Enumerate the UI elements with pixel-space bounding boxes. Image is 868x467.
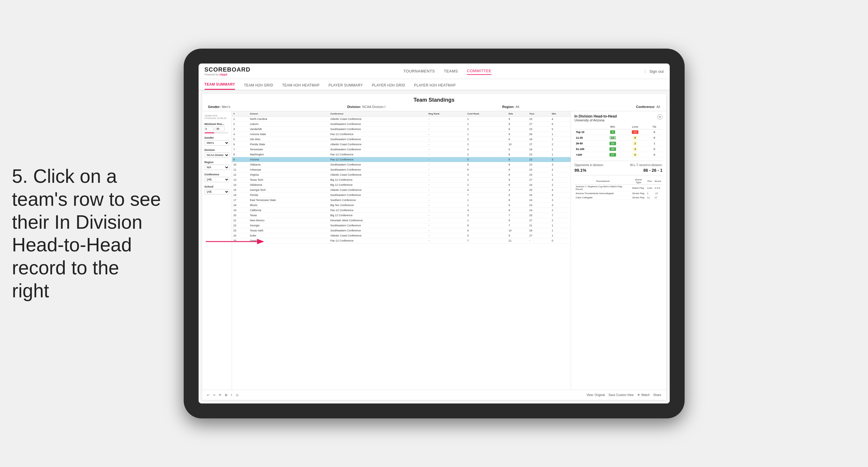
region-select[interactable]: N/A: [205, 165, 229, 170]
h2h-col-win: Win: [601, 124, 624, 129]
division-select[interactable]: NCAA Division I: [205, 152, 229, 158]
table-row[interactable]: 5 Ole Miss Southeastern Conference - 3 6…: [232, 137, 571, 142]
table-row[interactable]: 10 Alabama Southeastern Conference - 5 8…: [232, 162, 571, 167]
filter-region: Region: All: [502, 105, 519, 108]
cell-reg-rank: -: [427, 208, 466, 213]
toolbar-clock[interactable]: ◷: [236, 393, 239, 397]
view-original-button[interactable]: View: Original: [587, 393, 605, 397]
sub-nav-player-h2h-heatmap[interactable]: PLAYER H2H HEATMAP: [414, 83, 456, 90]
slider-bar[interactable]: [205, 132, 228, 133]
sub-nav-player-h2h-grid[interactable]: PLAYER H2H GRID: [372, 83, 405, 90]
cell-rds: 9: [507, 218, 528, 223]
gender-select[interactable]: Men's: [205, 140, 229, 146]
cell-win: 2: [550, 208, 570, 213]
table-row[interactable]: 20 Texas Big 12 Conference - 3 7 20 7: [232, 213, 571, 218]
cell-reg-rank: -: [427, 162, 466, 167]
t-cell-name: Cabo Collegiate: [575, 196, 631, 200]
save-custom-view-button[interactable]: Save Custom View: [609, 393, 633, 397]
cell-school: North Carolina: [248, 117, 329, 122]
h2h-cell-tie: 0: [647, 135, 662, 141]
cell-win: 1: [550, 152, 570, 157]
nav-committee[interactable]: COMMITTEE: [467, 67, 492, 75]
conference-select[interactable]: (All): [205, 177, 229, 182]
cell-school: Illinois: [248, 203, 329, 208]
cell-rds: 9: [507, 117, 528, 122]
cell-conf-rank: 1: [466, 218, 507, 223]
t-col-event-type: Event Type: [631, 178, 646, 185]
cell-conference: Pac-12 Conference: [329, 238, 427, 243]
cell-school: Duke: [248, 233, 329, 238]
cell-num: 22: [232, 223, 248, 228]
table-row[interactable]: 25 Oregon Pac-12 Conference - 7 21 - 0: [232, 238, 571, 243]
sub-nav-team-summary[interactable]: TEAM SUMMARY: [205, 82, 235, 90]
col-reg-rank: Reg Rank: [427, 111, 466, 117]
min-rounds-from[interactable]: [205, 126, 214, 131]
cell-rds: 9: [507, 203, 528, 208]
table-row[interactable]: 17 East Tennessee State Southern Confere…: [232, 198, 571, 203]
table-row[interactable]: 21 New Mexico Mountain West Conference -…: [232, 218, 571, 223]
cell-tour: 27: [528, 233, 550, 238]
t-col-tournament: Tournament: [575, 178, 631, 185]
cell-conference: Mountain West Conference: [329, 218, 427, 223]
sign-out-button[interactable]: Sign out: [649, 69, 664, 74]
col-win: Win: [550, 111, 570, 117]
table-row[interactable]: 19 California Pac-12 Conference - 4 8 24…: [232, 208, 571, 213]
table-row[interactable]: 13 Texas Tech Big 12 Conference - 1 9 27…: [232, 178, 571, 183]
table-row[interactable]: 11 Arkansas Southeastern Conference - 6 …: [232, 167, 571, 173]
table-row[interactable]: 8 Washington Pac-12 Conference - 2 8 23 …: [232, 152, 571, 157]
table-row[interactable]: 22 Georgia Southeastern Conference - 8 7…: [232, 223, 571, 228]
cell-tour: 24: [528, 198, 550, 203]
cell-conference: Atlantic Coast Conference: [329, 188, 427, 193]
t-col-pos: Pos: [646, 178, 653, 185]
nav-tournaments[interactable]: TOURNAMENTS: [403, 68, 435, 74]
h2h-close-button[interactable]: ✕: [657, 114, 662, 120]
toolbar-grid[interactable]: ⊞: [225, 393, 227, 397]
table-row[interactable]: 3 Vanderbilt Southeastern Conference - 2…: [232, 127, 571, 132]
table-row[interactable]: 2 Auburn Southeastern Conference - 1 9 2…: [232, 122, 571, 127]
school-select[interactable]: (All): [205, 189, 229, 194]
cell-rds: 10: [507, 228, 528, 233]
table-row[interactable]: 24 Duke Atlantic Coast Conference - 5 9 …: [232, 233, 571, 238]
cell-rds: 21: [507, 238, 528, 243]
toolbar-redo-alt[interactable]: ↪: [213, 393, 215, 397]
h2h-row: Top 10 3 13 0: [575, 129, 662, 135]
sub-nav-team-h2h-grid[interactable]: TEAM H2H GRID: [244, 83, 273, 90]
cell-num: 6: [232, 142, 248, 147]
min-rounds-to[interactable]: [216, 126, 224, 131]
watch-button[interactable]: 👁 Watch: [637, 393, 650, 397]
cell-school: New Mexico: [248, 218, 329, 223]
table-row[interactable]: 12 Virginia Atlantic Coast Conference - …: [232, 173, 571, 178]
cell-reg-rank: -: [427, 223, 466, 228]
cell-win: 4: [550, 188, 570, 193]
table-row[interactable]: 9 Arizona Pac-12 Conference - 5 8 23 3: [232, 157, 571, 162]
table-row[interactable]: 6 Florida State Atlantic Coast Conferenc…: [232, 142, 571, 147]
tournament-row: Arizona Thunderbirds Intercollegiate Str…: [575, 191, 662, 196]
table-row[interactable]: 1 North Carolina Atlantic Coast Conferen…: [232, 117, 571, 122]
table-row[interactable]: 4 Arizona State Pac-12 Conference - 1 9 …: [232, 132, 571, 137]
opponents-row: Opponents in division: W-L-T record in-d…: [575, 163, 662, 167]
cell-tour: 24: [528, 173, 550, 178]
table-row[interactable]: 7 Tennessee Southeastern Conference - 4 …: [232, 147, 571, 152]
cell-conf-rank: 9: [466, 228, 507, 233]
panel-filters: Gender: Men's Division: NCAA Division I …: [208, 105, 660, 108]
toolbar-undo[interactable]: ↩: [207, 393, 209, 397]
sub-nav-player-summary[interactable]: PLAYER SUMMARY: [329, 83, 363, 90]
panel-body: Update time: 27/03/2024 16:56:26 Minimum…: [202, 111, 666, 390]
cell-school: Oklahoma: [248, 183, 329, 188]
toolbar-add[interactable]: +: [231, 393, 232, 397]
sub-nav-team-h2h-heatmap[interactable]: TEAM H2H HEATMAP: [282, 83, 320, 90]
table-row[interactable]: 23 Texas A&M Southeastern Conference - 9…: [232, 228, 571, 233]
h2h-cell-tie: 1: [647, 141, 662, 147]
table-row[interactable]: 15 Georgia Tech Atlantic Coast Conferenc…: [232, 188, 571, 193]
toolbar-refresh[interactable]: ⟳: [219, 393, 221, 397]
screen-content: Team Standings Gender: Men's Division: N…: [198, 90, 670, 403]
share-button[interactable]: Share: [653, 393, 661, 397]
table-row[interactable]: 14 Oklahoma Big 12 Conference - 2 9 24 2: [232, 183, 571, 188]
table-row[interactable]: 16 Florida Southeastern Conference - 7 9…: [232, 193, 571, 198]
cell-win: 1: [550, 233, 570, 238]
cell-num: 12: [232, 173, 248, 178]
table-row[interactable]: 18 Illinois Big Ten Conference - 1 9 23 …: [232, 203, 571, 208]
t-cell-pos: Loss: [646, 185, 653, 191]
min-rounds-label: Minimum Rou...: [205, 123, 229, 126]
nav-teams[interactable]: TEAMS: [444, 68, 458, 74]
